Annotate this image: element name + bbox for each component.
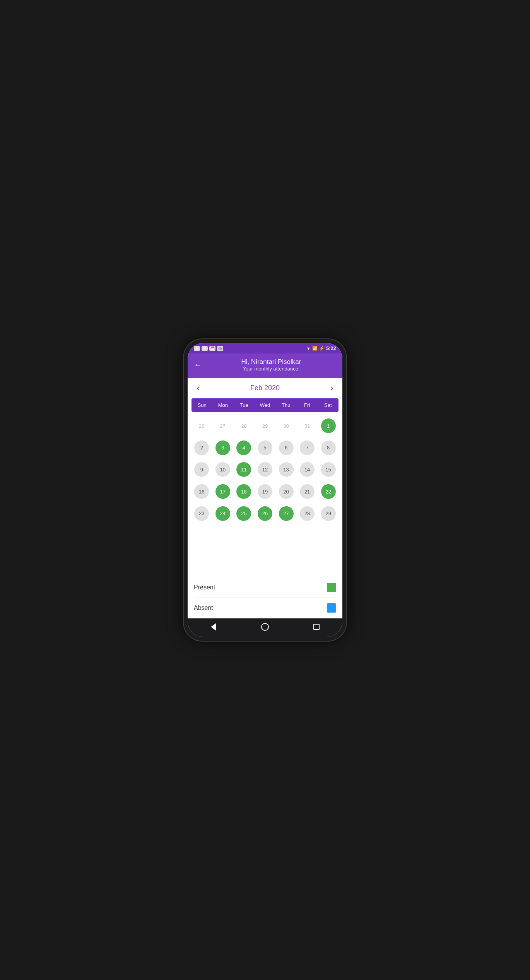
day-cell[interactable]: 12	[255, 459, 275, 480]
day-cell[interactable]: 18	[234, 481, 254, 502]
day-circle: 1	[321, 418, 336, 433]
day-cell[interactable]: 6	[276, 438, 296, 458]
day-circle: 26	[258, 506, 272, 521]
nav-home-button[interactable]	[260, 622, 270, 632]
day-cell[interactable]: 7	[297, 438, 318, 458]
weekday-fri: Fri	[296, 398, 317, 412]
day-cell[interactable]: 29	[255, 416, 275, 436]
day-cell[interactable]: 8	[318, 438, 339, 458]
legend-present-label: Present	[194, 584, 215, 591]
nav-recents-button[interactable]	[312, 622, 321, 632]
day-circle: 4	[236, 440, 251, 455]
day-cell[interactable]: 4	[234, 438, 254, 458]
weekday-tue: Tue	[234, 398, 255, 412]
day-circle: 12	[258, 462, 272, 477]
day-cell[interactable]: 9	[191, 459, 212, 480]
day-circle: 26	[194, 418, 209, 433]
day-cell[interactable]: 31	[297, 416, 318, 436]
day-cell[interactable]: 28	[297, 503, 318, 524]
gmail-icon: M	[202, 346, 208, 351]
day-cell[interactable]: 21	[297, 481, 318, 502]
month-label: Feb 2020	[250, 384, 280, 392]
day-cell[interactable]: 13	[276, 459, 296, 480]
day-circle: 19	[258, 484, 272, 499]
day-circle: 3	[215, 440, 230, 455]
day-circle: 18	[236, 484, 251, 499]
signal-icon: 📶	[312, 346, 318, 351]
day-circle: 7	[300, 440, 315, 455]
day-cell[interactable]: 17	[213, 481, 233, 502]
day-cell[interactable]: 14	[297, 459, 318, 480]
weekday-sun: Sun	[191, 398, 212, 412]
status-icons: 🖼 M 📅 🤖	[194, 346, 223, 351]
back-button[interactable]: ←	[194, 360, 202, 369]
day-circle: 28	[300, 506, 315, 521]
header: ← Hi, Nirantari Pisolkar Your monthly at…	[188, 353, 342, 378]
day-circle: 27	[215, 418, 230, 433]
image-icon: 🖼	[194, 346, 200, 351]
weekday-wed: Wed	[255, 398, 275, 412]
weekday-mon: Mon	[212, 398, 233, 412]
prev-month-button[interactable]: ‹	[194, 382, 202, 394]
day-circle: 14	[300, 462, 315, 477]
day-circle: 29	[321, 506, 336, 521]
day-cell[interactable]: 5	[255, 438, 275, 458]
status-bar: 🖼 M 📅 🤖 ▼ 📶 ⚡ 5:22	[188, 343, 342, 353]
day-cell[interactable]: 19	[255, 481, 275, 502]
day-circle: 9	[194, 462, 209, 477]
phone-screen: 🖼 M 📅 🤖 ▼ 📶 ⚡ 5:22 ← Hi, Nirantari Pisol…	[188, 343, 342, 637]
day-cell[interactable]: 27	[213, 416, 233, 436]
day-circle: 11	[236, 462, 251, 477]
day-cell[interactable]: 25	[234, 503, 254, 524]
days-grid: 2627282930311234567891011121314151617181…	[191, 414, 339, 525]
day-circle: 20	[279, 484, 294, 499]
day-cell[interactable]: 1	[318, 416, 339, 436]
legend-present: Present	[194, 577, 336, 598]
day-cell[interactable]: 2	[191, 438, 212, 458]
day-cell[interactable]: 27	[276, 503, 296, 524]
day-cell[interactable]: 23	[191, 503, 212, 524]
day-circle: 17	[215, 484, 230, 499]
day-circle: 22	[321, 484, 336, 499]
weekday-sat: Sat	[318, 398, 339, 412]
day-cell[interactable]: 3	[213, 438, 233, 458]
day-circle: 5	[258, 440, 272, 455]
day-cell[interactable]: 11	[234, 459, 254, 480]
month-nav: ‹ Feb 2020 ›	[188, 378, 342, 398]
header-text: Hi, Nirantari Pisolkar Your monthly atte…	[206, 358, 336, 372]
battery-icon: ⚡	[319, 346, 325, 351]
calendar-icon: 📅	[209, 346, 215, 351]
legend-absent: Absent	[194, 598, 336, 618]
day-circle: 25	[236, 506, 251, 521]
day-cell[interactable]: 24	[213, 503, 233, 524]
day-circle: 2	[194, 440, 209, 455]
day-cell[interactable]: 22	[318, 481, 339, 502]
day-cell[interactable]: 26	[191, 416, 212, 436]
status-time: 5:22	[326, 345, 336, 351]
day-circle: 6	[279, 440, 294, 455]
day-cell[interactable]: 15	[318, 459, 339, 480]
day-circle: 16	[194, 484, 209, 499]
weekdays-row: Sun Mon Tue Wed Thu Fri Sat	[191, 398, 339, 412]
day-cell[interactable]: 28	[234, 416, 254, 436]
day-circle: 15	[321, 462, 336, 477]
day-cell[interactable]: 29	[318, 503, 339, 524]
day-cell[interactable]: 20	[276, 481, 296, 502]
day-circle: 23	[194, 506, 209, 521]
day-cell[interactable]: 30	[276, 416, 296, 436]
legend-section: Present Absent	[188, 577, 342, 618]
day-circle: 24	[215, 506, 230, 521]
nav-back-button[interactable]	[209, 622, 218, 632]
calendar-container: Sun Mon Tue Wed Thu Fri Sat 262728293031…	[188, 398, 342, 574]
nav-bar	[188, 618, 342, 637]
day-cell[interactable]: 16	[191, 481, 212, 502]
day-cell[interactable]: 10	[213, 459, 233, 480]
day-circle: 28	[236, 418, 251, 433]
legend-present-color	[327, 583, 336, 592]
day-cell[interactable]: 26	[255, 503, 275, 524]
wifi-icon: ▼	[306, 346, 311, 351]
day-circle: 21	[300, 484, 315, 499]
day-circle: 29	[258, 418, 272, 433]
next-month-button[interactable]: ›	[328, 382, 336, 394]
legend-absent-color	[327, 603, 336, 613]
